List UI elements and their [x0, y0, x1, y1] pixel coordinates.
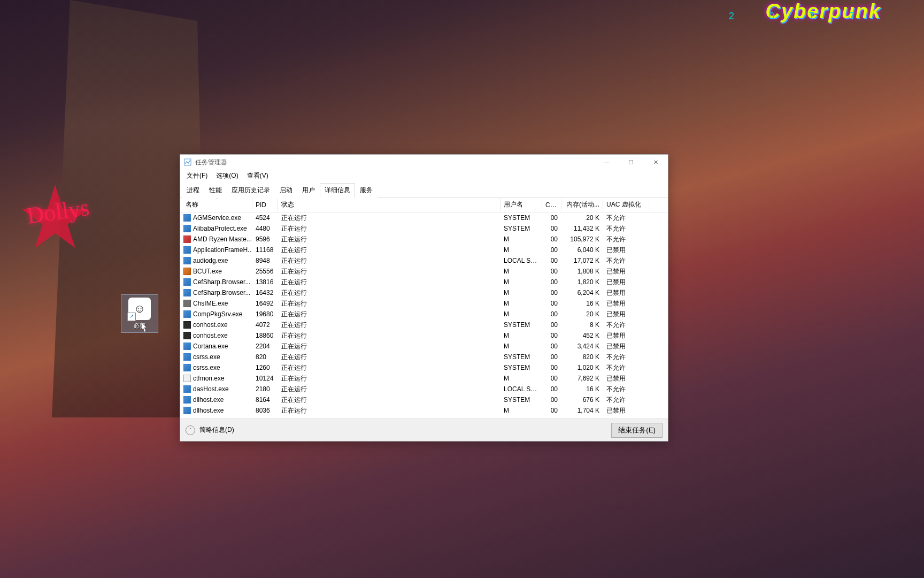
table-row[interactable]: dasHost.exe2180正在运行LOCAL SE...0016 K不允许: [180, 384, 668, 394]
close-button[interactable]: ✕: [643, 155, 668, 170]
process-status: 正在运行: [278, 384, 500, 395]
end-task-button[interactable]: 结束任务(E): [611, 423, 663, 438]
table-row[interactable]: ChsIME.exe16492正在运行M0016 K已禁用: [180, 298, 668, 309]
process-name: CompPkgSrv.exe: [193, 310, 242, 318]
tab-startup[interactable]: 启动: [275, 183, 297, 197]
process-user: SYSTEM: [500, 363, 542, 372]
table-row[interactable]: CompPkgSrv.exe19680正在运行M0020 K已禁用: [180, 309, 668, 320]
table-row[interactable]: CefSharp.Browser...16432正在运行M006,204 K已禁…: [180, 287, 668, 298]
process-status: 正在运行: [278, 320, 500, 331]
table-row[interactable]: ctfmon.exe10124正在运行M007,692 K已禁用: [180, 373, 668, 384]
wallpaper-year: 2 0 7 7: [729, 11, 871, 22]
process-uac: 不允许: [603, 362, 650, 374]
process-pid: 2204: [252, 341, 278, 351]
column-user[interactable]: 用户名: [500, 198, 542, 211]
task-manager-icon: [183, 158, 192, 166]
process-cpu: 00: [542, 331, 561, 340]
process-uac: 不允许: [603, 352, 650, 363]
table-row[interactable]: Cortana.exe2204正在运行M003,424 K已禁用: [180, 341, 668, 352]
menubar: 文件(F) 选项(O) 查看(V): [180, 170, 668, 181]
process-pid: 16432: [252, 288, 278, 298]
column-pid[interactable]: PID: [252, 199, 278, 211]
table-row[interactable]: conhost.exe18860正在运行M00452 K已禁用: [180, 330, 668, 341]
process-name: AGMService.exe: [193, 214, 241, 222]
fewer-details-toggle[interactable]: ˄ 简略信息(D): [186, 425, 234, 435]
process-icon: [183, 257, 191, 264]
grid-header: 名称 ˄ PID 状态 用户名 CPU 内存(活动... UAC 虚拟化: [180, 197, 668, 212]
process-icon: [183, 332, 191, 339]
process-name: BCUT.exe: [193, 268, 222, 275]
process-memory: 17,072 K: [561, 256, 603, 265]
process-icon: [183, 289, 191, 296]
column-cpu[interactable]: CPU: [542, 199, 561, 211]
process-cpu: 00: [542, 341, 561, 351]
tab-details[interactable]: 详细信息: [320, 183, 355, 197]
process-user: M: [500, 299, 542, 308]
minimize-button[interactable]: —: [594, 155, 619, 170]
process-pid: 4072: [252, 320, 278, 330]
process-name: AlibabaProtect.exe: [193, 225, 247, 232]
table-row[interactable]: audiodg.exe8948正在运行LOCAL SE...0017,072 K…: [180, 255, 668, 266]
table-row[interactable]: AMD Ryzen Maste...9596正在运行M00105,972 K不允…: [180, 234, 668, 245]
process-uac: 已禁用: [603, 266, 650, 277]
table-row[interactable]: conhost.exe4072正在运行SYSTEM008 K不允许: [180, 320, 668, 330]
process-cpu: 00: [542, 245, 561, 255]
grid-body[interactable]: AGMService.exe4524正在运行SYSTEM0020 K不允许Ali…: [180, 212, 668, 419]
table-row[interactable]: BCUT.exe25556正在运行M001,808 K已禁用: [180, 266, 668, 277]
table-row[interactable]: AGMService.exe4524正在运行SYSTEM0020 K不允许: [180, 212, 668, 223]
table-row[interactable]: csrss.exe820正在运行SYSTEM00820 K不允许: [180, 352, 668, 362]
maximize-button[interactable]: ☐: [619, 155, 643, 170]
process-status: 正在运行: [278, 298, 500, 309]
table-row[interactable]: CefSharp.Browser...13816正在运行M001,820 K已禁…: [180, 277, 668, 287]
process-name: ApplicationFrameH...: [193, 246, 252, 254]
column-name[interactable]: 名称 ˄: [180, 198, 252, 211]
process-status: 正在运行: [278, 255, 500, 267]
process-pid: 13816: [252, 277, 278, 287]
process-memory: 6,040 K: [561, 245, 603, 255]
process-memory: 676 K: [561, 395, 603, 405]
process-memory: 452 K: [561, 331, 603, 340]
sort-ascending-icon: ˄: [216, 198, 219, 202]
tab-services[interactable]: 服务: [355, 183, 378, 197]
menu-file[interactable]: 文件(F): [183, 170, 211, 181]
tab-users[interactable]: 用户: [297, 183, 320, 197]
titlebar[interactable]: 任务管理器 — ☐ ✕: [180, 155, 668, 170]
process-memory: 1,704 K: [561, 406, 603, 415]
process-status: 正在运行: [278, 341, 500, 352]
process-memory: 1,020 K: [561, 363, 603, 372]
process-cpu: 00: [542, 224, 561, 233]
column-memory[interactable]: 内存(活动...: [561, 198, 603, 211]
process-user: LOCAL SE...: [500, 384, 542, 394]
process-memory: 20 K: [561, 213, 603, 223]
process-cpu: 00: [542, 363, 561, 372]
table-row[interactable]: dllhost.exe8164正在运行SYSTEM00676 K不允许: [180, 394, 668, 405]
tab-processes[interactable]: 进程: [182, 183, 204, 197]
process-pid: 4480: [252, 224, 278, 233]
process-pid: 10124: [252, 374, 278, 383]
table-row[interactable]: csrss.exe1260正在运行SYSTEM001,020 K不允许: [180, 362, 668, 373]
desktop-icon-bijian[interactable]: ☺ 必剪: [121, 294, 158, 333]
process-pid: 18860: [252, 331, 278, 340]
process-icon: [183, 300, 191, 307]
process-icon: [183, 353, 191, 361]
menu-view[interactable]: 查看(V): [244, 170, 272, 181]
column-status[interactable]: 状态: [278, 198, 500, 211]
process-pid: 19680: [252, 309, 278, 319]
process-user: M: [500, 277, 542, 287]
process-uac: 已禁用: [603, 373, 650, 384]
process-cpu: 00: [542, 309, 561, 319]
process-name: ChsIME.exe: [193, 300, 228, 307]
process-status: 正在运行: [278, 287, 500, 299]
process-uac: 已禁用: [603, 298, 650, 309]
process-user: SYSTEM: [500, 320, 542, 330]
table-row[interactable]: ApplicationFrameH...11168正在运行M006,040 K已…: [180, 245, 668, 255]
process-user: M: [500, 406, 542, 415]
table-row[interactable]: AlibabaProtect.exe4480正在运行SYSTEM0011,432…: [180, 223, 668, 234]
menu-options[interactable]: 选项(O): [213, 170, 241, 181]
column-uac[interactable]: UAC 虚拟化: [603, 198, 650, 211]
table-row[interactable]: dllhost.exe8036正在运行M001,704 K已禁用: [180, 405, 668, 416]
process-pid: 8164: [252, 395, 278, 405]
tab-strip: 进程 性能 应用历史记录 启动 用户 详细信息 服务: [180, 182, 668, 197]
tab-performance[interactable]: 性能: [204, 183, 227, 197]
tab-app-history[interactable]: 应用历史记录: [227, 183, 275, 197]
